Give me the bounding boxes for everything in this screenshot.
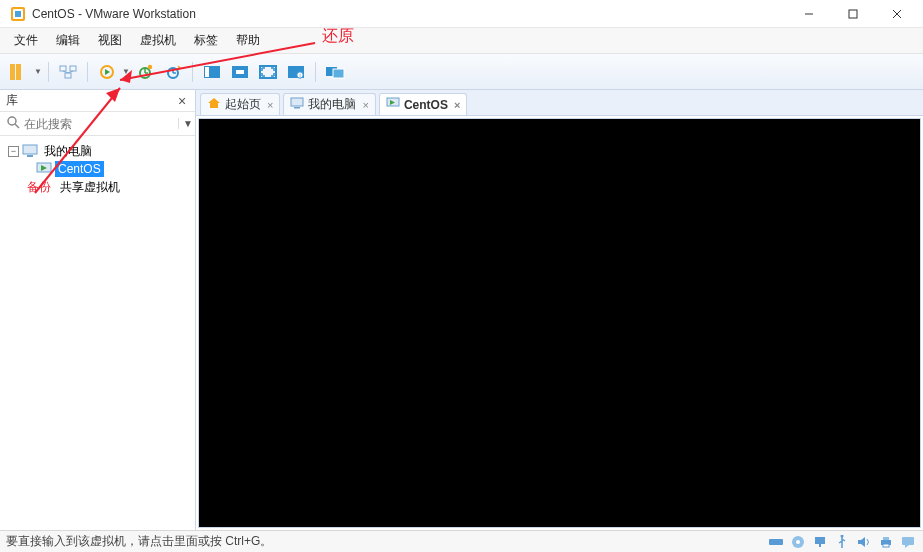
tab-home-close-icon[interactable]: × bbox=[267, 99, 273, 111]
menu-tabs[interactable]: 标签 bbox=[186, 28, 226, 53]
svg-marker-50 bbox=[858, 537, 865, 547]
tabstrip: 起始页 × 我的电脑 × CentOS × bbox=[196, 90, 923, 116]
library-dropdown-icon[interactable]: ▼ bbox=[34, 67, 42, 76]
svg-point-46 bbox=[796, 540, 800, 544]
svg-point-49 bbox=[841, 535, 844, 538]
guest-info-icon[interactable]: i bbox=[283, 59, 309, 85]
minimize-button[interactable] bbox=[787, 0, 831, 28]
status-sound-icon[interactable] bbox=[855, 534, 873, 550]
window-title: CentOS - VMware Workstation bbox=[32, 7, 196, 21]
snapshot-revert-icon[interactable] bbox=[160, 59, 186, 85]
svg-rect-36 bbox=[27, 155, 33, 157]
library-tree: − 我的电脑 CentOS 备份 共享虚拟机 bbox=[0, 136, 195, 530]
library-header: 库 × bbox=[0, 90, 195, 112]
vm-running-icon bbox=[36, 161, 52, 177]
svg-rect-47 bbox=[815, 537, 825, 544]
tab-centos-close-icon[interactable]: × bbox=[454, 99, 460, 111]
computer-icon bbox=[290, 97, 304, 112]
status-usb-icon[interactable] bbox=[833, 534, 851, 550]
svg-rect-24 bbox=[205, 67, 209, 77]
annotation-backup: 备份 bbox=[24, 178, 54, 197]
tree-root-label: 我的电脑 bbox=[41, 142, 95, 161]
tree-root-mycomputer[interactable]: − 我的电脑 bbox=[4, 142, 191, 160]
library-close-icon[interactable]: × bbox=[175, 93, 189, 109]
tree-item-shared[interactable]: 备份 共享虚拟机 bbox=[4, 178, 191, 196]
svg-marker-15 bbox=[105, 69, 110, 75]
svg-rect-4 bbox=[849, 10, 857, 18]
svg-rect-40 bbox=[291, 98, 303, 106]
svg-rect-11 bbox=[65, 73, 71, 78]
search-dropdown-icon[interactable]: ▼ bbox=[178, 118, 192, 129]
tree-item-shared-label: 共享虚拟机 bbox=[57, 178, 123, 197]
power-on-icon[interactable] bbox=[94, 59, 120, 85]
svg-rect-26 bbox=[236, 70, 244, 74]
svg-rect-32 bbox=[333, 69, 344, 78]
titlebar: CentOS - VMware Workstation bbox=[0, 0, 923, 28]
seamless-icon[interactable] bbox=[255, 59, 281, 85]
svg-rect-54 bbox=[902, 537, 914, 545]
svg-rect-10 bbox=[70, 66, 76, 71]
svg-rect-2 bbox=[15, 11, 21, 17]
status-printer-icon[interactable] bbox=[877, 534, 895, 550]
status-hdd-icon[interactable] bbox=[767, 534, 785, 550]
tab-home[interactable]: 起始页 × bbox=[200, 93, 280, 115]
tab-home-label: 起始页 bbox=[225, 96, 261, 113]
multi-monitor-icon[interactable] bbox=[322, 59, 348, 85]
svg-line-34 bbox=[15, 124, 19, 128]
svg-rect-35 bbox=[23, 145, 37, 154]
svg-rect-44 bbox=[769, 539, 783, 545]
status-message: 要直接输入到该虚拟机，请点击里面或按 Ctrl+G。 bbox=[6, 533, 272, 550]
svg-rect-9 bbox=[60, 66, 66, 71]
library-sidebar: 库 × ▼ − 我的电脑 CentOS 备份 共享虚拟机 bbox=[0, 90, 196, 530]
status-cd-icon[interactable] bbox=[789, 534, 807, 550]
vm-running-icon bbox=[386, 97, 400, 112]
tree-collapse-icon[interactable]: − bbox=[8, 146, 19, 157]
menu-help[interactable]: 帮助 bbox=[228, 28, 268, 53]
svg-point-19 bbox=[148, 64, 152, 68]
library-pane-icon[interactable] bbox=[6, 59, 32, 85]
power-dropdown-icon[interactable]: ▼ bbox=[122, 67, 130, 76]
svg-text:i: i bbox=[299, 72, 300, 78]
svg-marker-39 bbox=[208, 98, 220, 108]
statusbar: 要直接输入到该虚拟机，请点击里面或按 Ctrl+G。 bbox=[0, 530, 923, 552]
menu-view[interactable]: 视图 bbox=[90, 28, 130, 53]
svg-rect-52 bbox=[883, 537, 889, 540]
toolbar: ▼ ▼ i bbox=[0, 54, 923, 90]
svg-marker-55 bbox=[905, 545, 909, 548]
fullscreen-guest-icon[interactable] bbox=[227, 59, 253, 85]
console-icon[interactable] bbox=[199, 59, 225, 85]
svg-rect-41 bbox=[294, 107, 300, 109]
menu-file[interactable]: 文件 bbox=[6, 28, 46, 53]
vm-console-viewport[interactable] bbox=[198, 118, 921, 528]
main-area: 起始页 × 我的电脑 × CentOS × bbox=[196, 90, 923, 530]
status-device-icons bbox=[767, 534, 917, 550]
menu-edit[interactable]: 编辑 bbox=[48, 28, 88, 53]
library-title: 库 bbox=[6, 92, 175, 109]
tab-mycomputer-label: 我的电脑 bbox=[308, 96, 356, 113]
svg-point-33 bbox=[8, 117, 16, 125]
status-message-icon[interactable] bbox=[899, 534, 917, 550]
connections-icon[interactable] bbox=[55, 59, 81, 85]
status-network-icon[interactable] bbox=[811, 534, 829, 550]
library-search-row: ▼ bbox=[0, 112, 195, 136]
tab-mycomputer[interactable]: 我的电脑 × bbox=[283, 93, 375, 115]
tree-item-centos[interactable]: CentOS bbox=[4, 160, 191, 178]
maximize-button[interactable] bbox=[831, 0, 875, 28]
library-search-input[interactable] bbox=[24, 117, 174, 131]
close-button[interactable] bbox=[875, 0, 919, 28]
svg-rect-53 bbox=[883, 544, 889, 547]
home-icon bbox=[207, 97, 221, 112]
tab-mycomputer-close-icon[interactable]: × bbox=[362, 99, 368, 111]
tab-centos-label: CentOS bbox=[404, 98, 448, 112]
snapshot-take-icon[interactable] bbox=[132, 59, 158, 85]
search-icon bbox=[6, 115, 20, 132]
menubar: 文件 编辑 视图 虚拟机 标签 帮助 bbox=[0, 28, 923, 54]
tree-item-centos-label: CentOS bbox=[55, 161, 104, 177]
computer-icon bbox=[22, 143, 38, 159]
menu-vm[interactable]: 虚拟机 bbox=[132, 28, 184, 53]
svg-rect-8 bbox=[16, 64, 21, 80]
tab-centos[interactable]: CentOS × bbox=[379, 93, 467, 115]
svg-rect-7 bbox=[10, 64, 15, 80]
app-icon bbox=[10, 6, 26, 22]
